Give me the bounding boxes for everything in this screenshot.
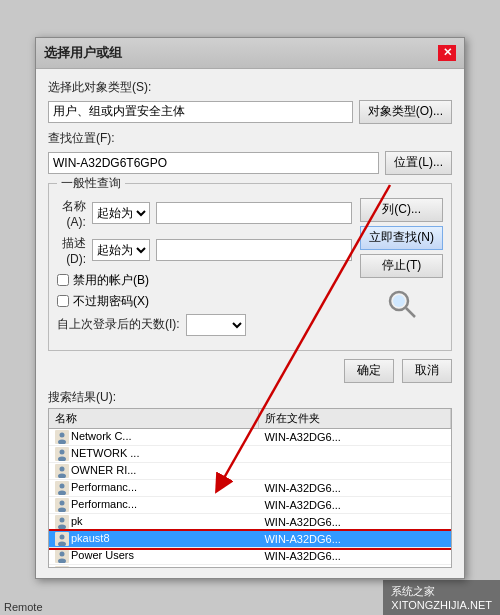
- query-groupbox: 一般性查询 名称(A): 起始为 描述(D):: [48, 183, 452, 351]
- days-select[interactable]: [186, 314, 246, 336]
- cell-name: pkaust8: [49, 531, 258, 548]
- desc-label: 描述(D):: [57, 235, 86, 266]
- table-row[interactable]: pkWIN-A32DG6...: [49, 513, 451, 530]
- location-input[interactable]: [48, 152, 379, 174]
- search-icon-area: [360, 288, 443, 323]
- search-now-button[interactable]: 立即查找(N): [360, 226, 443, 250]
- ok-button[interactable]: 确定: [344, 359, 394, 383]
- disabled-accounts-label: 禁用的帐户(B): [73, 272, 149, 289]
- search-icon: [386, 288, 418, 320]
- checkbox-noexpiry-row: 不过期密码(X): [57, 293, 352, 310]
- no-expiry-checkbox[interactable]: [57, 295, 69, 307]
- name-select[interactable]: 起始为: [92, 202, 150, 224]
- name-label: 名称(A):: [57, 198, 86, 229]
- watermark-line2: XITONGZHIJIA.NET: [391, 599, 492, 611]
- days-row: 自上次登录后的天数(I):: [57, 314, 352, 336]
- object-type-button[interactable]: 对象类型(O)...: [359, 100, 452, 124]
- close-button[interactable]: ✕: [438, 45, 456, 61]
- table-row[interactable]: pkaust8WIN-A32DG6...: [49, 531, 451, 548]
- table-row[interactable]: OWNER RI...: [49, 462, 451, 479]
- user-icon: [55, 532, 69, 546]
- cell-folder: WIN-A32DG6...: [258, 513, 450, 530]
- select-user-dialog: 选择用户或组 ✕ 选择此对象类型(S): 对象类型(O)... 查找位置(F):…: [35, 37, 465, 579]
- dialog-titlebar: 选择用户或组 ✕: [36, 38, 464, 69]
- svg-point-16: [60, 500, 65, 505]
- svg-point-13: [60, 483, 65, 488]
- table-row[interactable]: Remote De...WIN-A32DG6...: [49, 565, 451, 568]
- dialog-title: 选择用户或组: [44, 44, 122, 62]
- desc-value-input[interactable]: [156, 239, 352, 261]
- cell-name: OWNER RI...: [49, 462, 258, 479]
- cancel-button[interactable]: 取消: [402, 359, 452, 383]
- table-header-row: 名称 所在文件夹: [49, 409, 451, 429]
- col-folder-header: 所在文件夹: [258, 409, 450, 429]
- location-button[interactable]: 位置(L)...: [385, 151, 452, 175]
- table-row[interactable]: Performanc...WIN-A32DG6...: [49, 496, 451, 513]
- location-label: 查找位置(F):: [48, 130, 452, 147]
- user-icon: [55, 498, 69, 512]
- name-value-input[interactable]: [156, 202, 353, 224]
- user-icon: [55, 566, 69, 567]
- table-row[interactable]: Power UsersWIN-A32DG6...: [49, 548, 451, 565]
- svg-point-10: [60, 466, 65, 471]
- svg-point-4: [60, 432, 65, 437]
- inner-layout: 名称(A): 起始为 描述(D): 起始为: [57, 190, 443, 342]
- left-form: 名称(A): 起始为 描述(D): 起始为: [57, 190, 352, 342]
- desc-row: 描述(D): 起始为: [57, 235, 352, 266]
- bottom-remote-label: Remote: [0, 599, 47, 615]
- search-results-label: 搜索结果(U):: [48, 389, 452, 406]
- watermark: 系统之家 XITONGZHIJIA.NET: [383, 580, 500, 615]
- object-type-label: 选择此对象类型(S):: [48, 79, 452, 96]
- results-table-wrapper[interactable]: 名称 所在文件夹 Network C...WIN-A32DG6... NETWO…: [48, 408, 452, 568]
- cell-folder: WIN-A32DG6...: [258, 479, 450, 496]
- col-name-header: 名称: [49, 409, 258, 429]
- svg-point-19: [60, 518, 65, 523]
- checkbox-disabled-row: 禁用的帐户(B): [57, 272, 352, 289]
- ok-cancel-row: 确定 取消: [48, 359, 452, 383]
- cell-name: Network C...: [49, 428, 258, 445]
- table-row[interactable]: Performanc...WIN-A32DG6...: [49, 479, 451, 496]
- stop-button[interactable]: 停止(T): [360, 254, 443, 278]
- cell-folder: WIN-A32DG6...: [258, 496, 450, 513]
- user-icon: [55, 464, 69, 478]
- cell-name: Power Users: [49, 548, 258, 565]
- user-icon: [55, 549, 69, 563]
- table-row[interactable]: Network C...WIN-A32DG6...: [49, 428, 451, 445]
- cell-name: pk: [49, 513, 258, 530]
- watermark-line1: 系统之家: [391, 584, 492, 599]
- user-icon: [55, 515, 69, 529]
- cell-folder: WIN-A32DG6...: [258, 531, 450, 548]
- cell-name: Performanc...: [49, 479, 258, 496]
- cell-name: NETWORK ...: [49, 445, 258, 462]
- table-row[interactable]: NETWORK ...: [49, 445, 451, 462]
- no-expiry-label: 不过期密码(X): [73, 293, 149, 310]
- location-row: 位置(L)...: [48, 151, 452, 175]
- object-type-input[interactable]: [48, 101, 353, 123]
- name-row: 名称(A): 起始为: [57, 198, 352, 229]
- results-tbody: Network C...WIN-A32DG6... NETWORK ... OW…: [49, 428, 451, 568]
- cell-folder: [258, 462, 450, 479]
- cell-name: Performanc...: [49, 496, 258, 513]
- days-label: 自上次登录后的天数(I):: [57, 316, 180, 333]
- cell-folder: WIN-A32DG6...: [258, 565, 450, 568]
- svg-rect-27: [55, 566, 69, 567]
- groupbox-legend: 一般性查询: [57, 175, 125, 192]
- object-type-row: 对象类型(O)...: [48, 100, 452, 124]
- columns-button[interactable]: 列(C)...: [360, 198, 443, 222]
- results-table: 名称 所在文件夹 Network C...WIN-A32DG6... NETWO…: [49, 409, 451, 568]
- disabled-accounts-checkbox[interactable]: [57, 274, 69, 286]
- cell-folder: WIN-A32DG6...: [258, 428, 450, 445]
- user-icon: [55, 430, 69, 444]
- svg-point-7: [60, 449, 65, 454]
- user-icon: [55, 481, 69, 495]
- cell-name: Remote De...: [49, 565, 258, 568]
- cell-folder: [258, 445, 450, 462]
- right-buttons: 列(C)... 立即查找(N) 停止(T): [360, 198, 443, 342]
- desc-select[interactable]: 起始为: [92, 239, 150, 261]
- svg-point-25: [60, 552, 65, 557]
- svg-point-22: [60, 535, 65, 540]
- svg-point-2: [393, 295, 405, 307]
- svg-line-1: [406, 308, 415, 317]
- cell-folder: WIN-A32DG6...: [258, 548, 450, 565]
- dialog-body: 选择此对象类型(S): 对象类型(O)... 查找位置(F): 位置(L)...…: [36, 69, 464, 578]
